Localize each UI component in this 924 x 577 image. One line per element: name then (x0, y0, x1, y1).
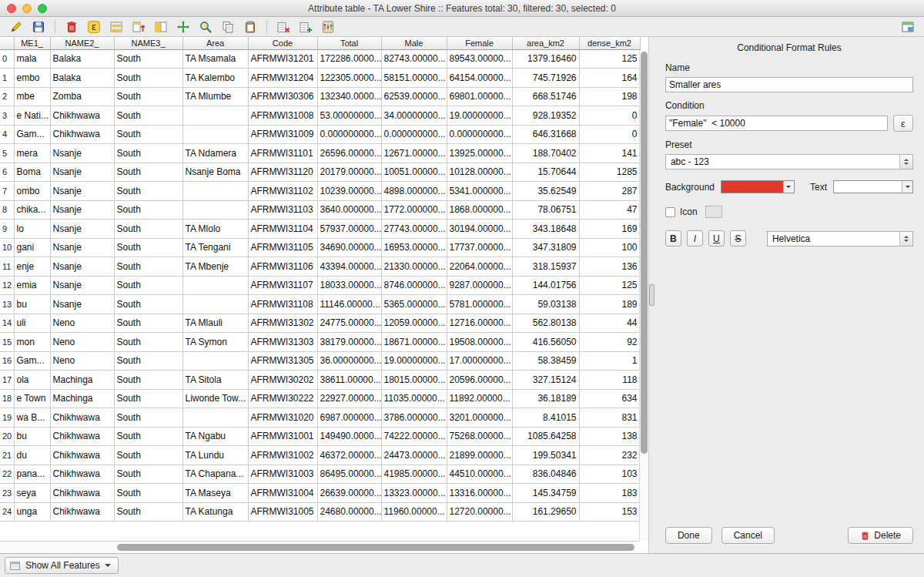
cell-dense-km2[interactable]: 183 (579, 484, 640, 503)
cell-female[interactable]: 22064.00000... (447, 257, 512, 277)
cell-code[interactable]: AFRMWI31305 (248, 351, 317, 371)
cell-code[interactable]: AFRMWI31001 (248, 427, 317, 446)
cell-area-km2[interactable]: 1085.64258 (512, 427, 579, 446)
cell-area-km2[interactable]: 668.51746 (512, 87, 579, 106)
cell-area[interactable]: Liwonde Tow... (182, 389, 248, 408)
cell-male[interactable]: 13323.00000... (381, 484, 447, 503)
cell-area-km2[interactable]: 1379.16460 (512, 49, 579, 69)
cell-name2-[interactable]: Chikhwawa (50, 502, 114, 522)
field-calculator-button[interactable] (318, 18, 338, 35)
cell-male[interactable]: 0.000000000... (381, 125, 447, 144)
cell-area[interactable]: TA Lundu (182, 446, 248, 465)
cell-name3-[interactable]: South (114, 220, 182, 239)
cell-me1-[interactable]: mbe (14, 87, 50, 106)
cell-dense-km2[interactable]: 634 (579, 389, 640, 408)
cell-area-km2[interactable]: 8.41015 (512, 408, 579, 428)
cell-name2-[interactable]: Chikhwawa (50, 465, 114, 484)
cell-male[interactable]: 5365.000000... (381, 295, 447, 314)
cell-area-km2[interactable]: 836.04846 (512, 465, 579, 484)
cell-total[interactable]: 20179.00000... (317, 163, 381, 182)
row-number[interactable]: 14 (0, 314, 14, 333)
cell-total[interactable]: 3640.000000... (317, 200, 381, 220)
cell-code[interactable]: AFRMWI31303 (248, 333, 317, 352)
cell-code[interactable]: AFRMWI31107 (248, 276, 317, 295)
column-header-code[interactable]: Code (248, 37, 317, 49)
cell-dense-km2[interactable]: 287 (579, 182, 640, 201)
cell-female[interactable]: 5341.000000... (447, 182, 512, 201)
cell-name3-[interactable]: South (114, 49, 182, 69)
cell-dense-km2[interactable]: 125 (579, 49, 640, 69)
cell-code[interactable]: AFRMWI31104 (248, 220, 317, 239)
cell-male[interactable]: 16953.00000... (381, 238, 447, 257)
expression-builder-button[interactable]: ε (893, 115, 913, 132)
conditional-formatting-button[interactable] (898, 18, 918, 35)
cell-total[interactable]: 26596.00000... (317, 144, 381, 163)
column-header-name2-[interactable]: NAME2_ (50, 37, 114, 49)
cell-total[interactable]: 132340.0000... (317, 87, 381, 106)
cell-female[interactable]: 75268.00000... (447, 427, 512, 446)
cell-dense-km2[interactable]: 1285 (579, 163, 640, 182)
strikethrough-button[interactable]: S (730, 230, 746, 247)
row-number[interactable]: 12 (0, 276, 14, 295)
cell-male[interactable]: 58151.00000... (381, 69, 447, 88)
icon-checkbox[interactable] (665, 207, 675, 217)
cell-name3-[interactable]: South (114, 295, 182, 314)
cell-area[interactable]: Chikwawa B... (182, 408, 248, 428)
cell-dense-km2[interactable]: 100 (579, 238, 640, 257)
cell-total[interactable]: 22927.00000... (317, 389, 381, 408)
cell-male[interactable]: 18671.00000... (381, 333, 447, 352)
cell-male[interactable]: 12671.00000... (381, 144, 447, 163)
cell-area-km2[interactable]: 327.15124 (512, 371, 579, 390)
cell-me1-[interactable]: uli (14, 314, 50, 333)
cell-dense-km2[interactable]: 44 (579, 314, 640, 333)
zoom-to-selection-button[interactable] (196, 18, 216, 35)
row-number[interactable]: 15 (0, 333, 14, 352)
cell-area-km2[interactable]: 646.31668 (512, 125, 579, 144)
cell-male[interactable]: 1772.000000... (381, 200, 447, 220)
cell-female[interactable]: 5781.000000... (447, 295, 512, 314)
cell-code[interactable]: AFRMWI31002 (248, 446, 317, 465)
cell-name2-[interactable]: Chikhwawa (50, 427, 114, 446)
cell-dense-km2[interactable]: 198 (579, 87, 640, 106)
cell-female[interactable]: 44510.00000... (447, 465, 512, 484)
cell-code[interactable]: AFRMWI31101 (248, 144, 317, 163)
cell-female[interactable]: 64154.00000... (447, 69, 512, 88)
cell-code[interactable]: AFRMWI31108 (248, 295, 317, 314)
cell-male[interactable]: 11960.00000... (381, 502, 447, 522)
row-number[interactable]: 4 (0, 125, 14, 144)
horizontal-scrollbar[interactable] (0, 541, 639, 553)
cell-name3-[interactable]: South (114, 238, 182, 257)
row-number[interactable]: 7 (0, 182, 14, 201)
cell-male[interactable]: 18015.00000... (381, 371, 447, 390)
cell-area-km2[interactable]: 35.62549 (512, 182, 579, 201)
cell-code[interactable]: AFRMWI31106 (248, 257, 317, 277)
cell-male[interactable]: 27743.00000... (381, 220, 447, 239)
cell-name3-[interactable]: South (114, 200, 182, 220)
cell-area-km2[interactable]: 188.70402 (512, 144, 579, 163)
cell-area-km2[interactable]: 928.19352 (512, 106, 579, 126)
cell-me1-[interactable]: pana... (14, 465, 50, 484)
cell-dense-km2[interactable]: 141 (579, 144, 640, 163)
cell-me1-[interactable]: emia (14, 276, 50, 295)
cell-code[interactable]: AFRMWI31204 (248, 69, 317, 88)
delete-field-button[interactable] (273, 18, 293, 35)
cell-name2-[interactable]: Chikhwawa (50, 408, 114, 428)
cell-total[interactable]: 36.00000000... (317, 351, 381, 371)
cell-area[interactable]: TA Chapana... (182, 465, 248, 484)
row-number[interactable]: 1 (0, 69, 14, 88)
cell-total[interactable]: 122305.0000... (317, 69, 381, 88)
cell-code[interactable]: AFRMWI30202 (248, 371, 317, 390)
save-edits-button[interactable] (28, 18, 49, 35)
cell-female[interactable]: 3201.000000... (447, 408, 512, 428)
cell-name2-[interactable]: Nsanje (50, 238, 114, 257)
cell-me1-[interactable]: bu (14, 295, 50, 314)
cell-me1-[interactable]: mera (14, 144, 50, 163)
cell-total[interactable]: 18033.00000... (317, 276, 381, 295)
delete-rule-button[interactable]: Delete (848, 527, 913, 544)
cell-area[interactable]: TA Ndamera (182, 144, 248, 163)
cell-code[interactable]: AFRMWI31008 (248, 106, 317, 126)
cell-name3-[interactable]: South (114, 502, 182, 522)
row-number[interactable]: 10 (0, 238, 14, 257)
cell-dense-km2[interactable]: 92 (579, 333, 640, 352)
select-by-expression-button[interactable]: ε (84, 18, 104, 35)
